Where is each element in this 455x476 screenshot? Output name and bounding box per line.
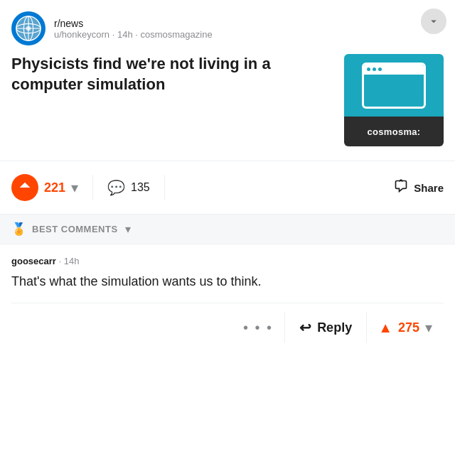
collapse-button[interactable] (421, 9, 446, 34)
comment-section: goosecarr · 14h That's what the simulati… (0, 244, 455, 352)
thumb-dot-2 (373, 67, 376, 71)
share-icon (394, 179, 408, 197)
post-header: r/news u/honkeycorn · 14h · cosmosmagazi… (11, 11, 444, 45)
best-comments-bar[interactable]: 🏅 BEST COMMENTS ▾ (0, 215, 455, 244)
comment-vote: ▲ 275 ▾ (367, 313, 444, 342)
divider-1 (92, 175, 93, 200)
upvote-button[interactable] (11, 174, 38, 201)
subreddit-label[interactable]: r/news (54, 18, 213, 29)
thumb-dot (367, 67, 370, 71)
thumb-label: cosmosma: (368, 126, 421, 137)
post-meta: r/news u/honkeycorn · 14h · cosmosmagazi… (54, 18, 213, 40)
reply-button[interactable]: ↩ Reply (284, 312, 367, 343)
share-label: Share (414, 182, 444, 194)
comment-downvote-icon[interactable]: ▾ (425, 319, 432, 336)
comment-count: 135 (131, 181, 150, 194)
username-label[interactable]: u/honkeycorn (54, 29, 109, 40)
comment-separator: · (59, 256, 64, 266)
reply-label: Reply (317, 320, 352, 335)
reply-arrow-icon: ↩ (299, 319, 311, 336)
comment-upvote-icon: ▲ (378, 320, 392, 336)
thumb-top (344, 54, 444, 117)
avatar[interactable] (11, 11, 46, 45)
comment-meta: goosecarr · 14h (11, 256, 444, 266)
thumb-bottom: cosmosma: (344, 117, 444, 146)
share-button[interactable]: Share (382, 173, 455, 202)
award-icon: 🏅 (11, 222, 26, 237)
post-age: 14h (117, 29, 133, 40)
vote-count: 221 (44, 180, 65, 195)
post-thumbnail[interactable]: cosmosma: (344, 54, 444, 146)
comment-actions: • • • ↩ Reply ▲ 275 ▾ (11, 303, 444, 352)
more-button[interactable]: • • • (232, 314, 284, 342)
post-title[interactable]: Physicists find we're not living in a co… (11, 54, 336, 94)
comment-vote-count: 275 (398, 320, 419, 335)
comment-age: 14h (64, 256, 80, 266)
downvote-button[interactable]: ▾ (71, 179, 78, 196)
comment-button[interactable]: 💬 135 (96, 173, 161, 202)
source-label[interactable]: cosmosmagazine (140, 29, 212, 40)
comment-username[interactable]: goosecarr (11, 256, 56, 266)
post-card: r/news u/honkeycorn · 14h · cosmosmagazi… (0, 0, 455, 352)
comment-body: That's what the simulation wants us to t… (11, 272, 444, 291)
vote-section: 221 ▾ (0, 168, 90, 207)
best-comments-label: BEST COMMENTS (32, 224, 118, 234)
thumb-dot-3 (378, 67, 382, 71)
separator: · (112, 29, 117, 40)
post-content: Physicists find we're not living in a co… (11, 54, 444, 146)
comment-bubble-icon: 💬 (107, 179, 125, 196)
thumb-window-bar (364, 65, 424, 75)
post-actions: 221 ▾ 💬 135 Share (0, 161, 455, 215)
divider-2 (164, 175, 165, 200)
thumb-window (362, 63, 426, 109)
chevron-down-icon: ▾ (125, 222, 131, 236)
post-meta-sub: u/honkeycorn · 14h · cosmosmagazine (54, 29, 213, 40)
